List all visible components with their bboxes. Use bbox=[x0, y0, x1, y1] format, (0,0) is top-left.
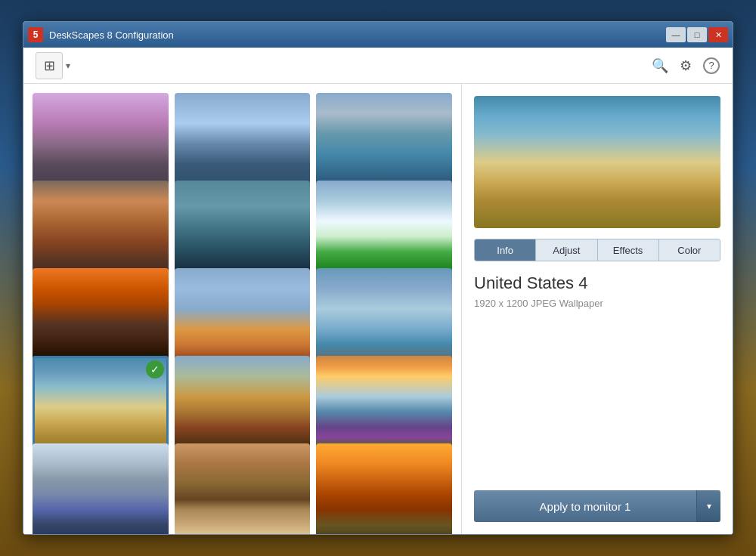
app-icon: 5 bbox=[28, 27, 43, 42]
thumbnail-12[interactable] bbox=[316, 356, 452, 458]
thumbnail-13[interactable] bbox=[33, 443, 169, 534]
main-window: 5 DeskScapes 8 Configuration — □ ✕ ⊞ ▾ 🔍 bbox=[23, 21, 733, 535]
selected-checkmark: ✓ bbox=[146, 360, 164, 378]
thumbnail-8[interactable] bbox=[175, 268, 311, 370]
maximize-button[interactable]: □ bbox=[687, 27, 707, 42]
title-bar: 5 DeskScapes 8 Configuration — □ ✕ bbox=[23, 22, 733, 48]
tab-effects[interactable]: Effects bbox=[598, 239, 659, 261]
apply-button[interactable]: Apply to monitor 1 bbox=[474, 490, 696, 522]
wallpaper-title: United States 4 bbox=[474, 273, 720, 293]
gear-icon: ⚙ bbox=[680, 57, 692, 74]
dropdown-arrow-icon: ▾ bbox=[66, 60, 70, 71]
thumbnail-2[interactable] bbox=[175, 93, 311, 195]
thumbnail-11[interactable] bbox=[175, 356, 311, 458]
tab-bar: Info Adjust Effects Color bbox=[474, 239, 720, 261]
tab-adjust[interactable]: Adjust bbox=[536, 239, 597, 261]
thumbnail-10[interactable]: ✓ bbox=[33, 356, 169, 458]
thumbnail-3[interactable] bbox=[316, 93, 452, 195]
gallery-panel: ✓ bbox=[23, 84, 462, 534]
thumbnail-15[interactable] bbox=[316, 443, 452, 534]
library-button[interactable]: ⊞ bbox=[36, 52, 63, 79]
minimize-button[interactable]: — bbox=[666, 27, 686, 42]
thumbnail-6[interactable] bbox=[316, 181, 452, 283]
main-content: ⊞ ▾ 🔍 ⚙ ? bbox=[23, 48, 733, 534]
thumbnail-5[interactable] bbox=[175, 181, 311, 283]
window-controls: — □ ✕ bbox=[666, 27, 728, 42]
apply-dropdown-button[interactable]: ▾ bbox=[696, 490, 720, 522]
tab-color[interactable]: Color bbox=[659, 239, 720, 261]
toolbar-left: ⊞ ▾ bbox=[36, 52, 70, 79]
detail-panel: Info Adjust Effects Color United States … bbox=[462, 84, 733, 534]
thumbnail-9[interactable] bbox=[316, 268, 452, 370]
preview-image bbox=[474, 96, 720, 228]
thumbnail-14[interactable] bbox=[175, 443, 311, 534]
apply-section: Apply to monitor 1 ▾ bbox=[474, 490, 720, 522]
search-button[interactable]: 🔍 bbox=[651, 57, 669, 75]
dropdown-chevron-icon: ▾ bbox=[707, 501, 711, 511]
window-title: DeskScapes 8 Configuration bbox=[49, 29, 666, 41]
thumbnail-7[interactable] bbox=[33, 268, 169, 370]
toolbar: ⊞ ▾ 🔍 ⚙ ? bbox=[23, 48, 733, 84]
settings-button[interactable]: ⚙ bbox=[677, 57, 695, 75]
gallery-scroll[interactable]: ✓ bbox=[23, 84, 461, 534]
library-icon: ⊞ bbox=[44, 57, 55, 74]
body: ✓ Info Adjust Effects bbox=[23, 84, 733, 534]
thumbnail-4[interactable] bbox=[33, 181, 169, 283]
wallpaper-meta: 1920 x 1200 JPEG Wallpaper bbox=[474, 298, 720, 309]
close-button[interactable]: ✕ bbox=[708, 27, 728, 42]
tab-info[interactable]: Info bbox=[475, 239, 536, 261]
help-button[interactable]: ? bbox=[702, 57, 720, 75]
toolbar-right: 🔍 ⚙ ? bbox=[651, 57, 720, 75]
search-icon: 🔍 bbox=[652, 57, 668, 74]
thumbnail-1[interactable] bbox=[33, 93, 169, 195]
help-icon: ? bbox=[703, 57, 720, 74]
